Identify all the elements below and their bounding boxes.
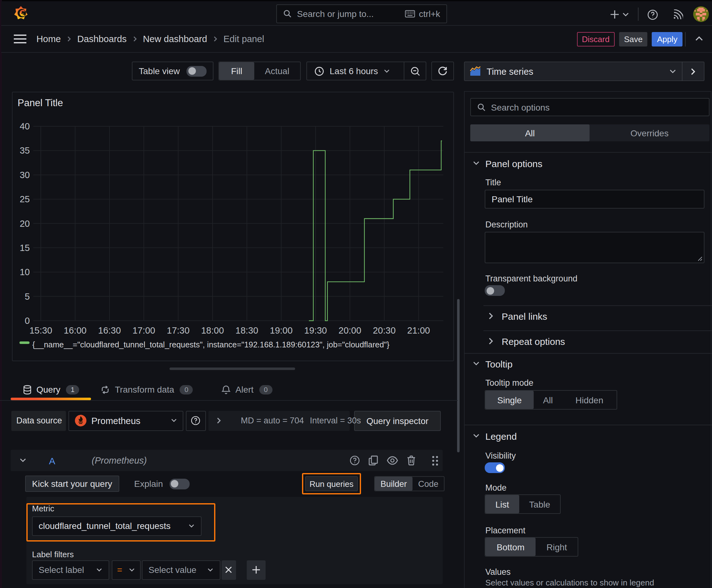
svg-text:15: 15 — [20, 243, 30, 253]
svg-text:19:00: 19:00 — [270, 326, 293, 335]
svg-text:18:00: 18:00 — [201, 326, 224, 335]
svg-text:19:30: 19:30 — [304, 326, 327, 335]
svg-text:21:00: 21:00 — [407, 326, 430, 335]
svg-text:16:00: 16:00 — [64, 326, 87, 335]
svg-text:17:30: 17:30 — [167, 326, 190, 335]
svg-text:18:30: 18:30 — [235, 326, 258, 335]
svg-text:16:30: 16:30 — [98, 326, 121, 335]
svg-text:0: 0 — [25, 316, 30, 326]
svg-text:{__name__="cloudflared_tunnel_: {__name__="cloudflared_tunnel_total_requ… — [33, 340, 390, 349]
svg-text:15:30: 15:30 — [29, 326, 52, 335]
svg-text:35: 35 — [20, 145, 30, 155]
svg-text:40: 40 — [20, 121, 30, 131]
svg-text:5: 5 — [25, 292, 30, 301]
svg-text:17:00: 17:00 — [132, 326, 155, 335]
svg-text:10: 10 — [20, 267, 30, 277]
svg-text:20: 20 — [20, 218, 30, 229]
svg-text:30: 30 — [20, 170, 30, 180]
svg-text:20:30: 20:30 — [373, 326, 396, 335]
svg-text:20:00: 20:00 — [339, 326, 361, 335]
svg-text:25: 25 — [20, 194, 30, 204]
